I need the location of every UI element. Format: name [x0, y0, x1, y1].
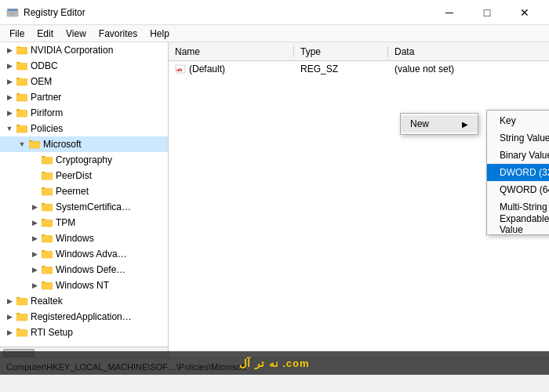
menu-help[interactable]: Help	[144, 25, 176, 42]
expander-windowsnt[interactable]: ▶	[28, 279, 41, 292]
expander-microsoft[interactable]: ▼	[16, 138, 28, 151]
tree-node-piriform[interactable]: ▶ Piriform	[0, 105, 168, 121]
tree-node-cryptography[interactable]: ▶ Cryptography	[0, 152, 168, 168]
tree-label-nvidia: NVIDIA Corporation	[31, 45, 113, 56]
expander-oem[interactable]: ▶	[3, 75, 16, 88]
new-menu-label: New	[410, 118, 429, 129]
submenu-expandable-string-value[interactable]: Expandable String Value	[487, 216, 549, 233]
expander-windows[interactable]: ▶	[28, 232, 41, 245]
table-header: Name Type Data	[169, 42, 549, 61]
submenu[interactable]: Key String Value Binary Value DWORD (32-…	[486, 110, 549, 235]
folder-icon-realtek	[16, 295, 28, 307]
submenu-qword-value[interactable]: QWORD (64-bit) Value	[487, 181, 549, 198]
menu-bar: File Edit View Favorites Help	[0, 25, 549, 42]
expander-nvidia[interactable]: ▶	[3, 44, 16, 56]
window-title: Registry Editor	[24, 7, 431, 18]
window-controls: ─ □ ✕	[431, 0, 543, 25]
submenu-expandable-string-value-label: Expandable String Value	[500, 213, 549, 235]
menu-favorites[interactable]: Favorites	[93, 25, 144, 42]
tree-node-nvidia[interactable]: ▶ NVIDIA Corporation	[0, 42, 168, 58]
submenu-dword-value[interactable]: DWORD (32-bit) Value	[487, 164, 549, 181]
tree-node-tpm[interactable]: ▶ TPM	[0, 215, 168, 230]
menu-edit[interactable]: Edit	[31, 25, 60, 42]
new-menu-item[interactable]: New ▶	[401, 115, 478, 132]
title-bar: Registry Editor ─ □ ✕	[0, 0, 549, 25]
tree-label-peerdist: PeerDist	[56, 170, 92, 181]
tree-label-registeredapp: RegisteredApplication…	[31, 311, 132, 322]
cell-name-default: ab (Default)	[169, 64, 294, 74]
tree-label-peernet: Peernet	[56, 186, 89, 197]
tree-label-systemcert: SystemCertifica…	[56, 201, 131, 212]
tree-label-windowsadva: Windows Adva…	[56, 249, 127, 260]
tree-label-oem: OEM	[31, 76, 52, 87]
tree-node-realtek[interactable]: ▶ Realtek	[0, 293, 168, 309]
submenu-string-value-label: String Value	[500, 132, 549, 143]
tree-node-microsoft[interactable]: ▼ Microsoft	[0, 136, 168, 152]
tree-scroll-area: ▶ NVIDIA Corporation ▶ ODBC ▶ OEM	[0, 42, 168, 358]
folder-icon-odbc	[16, 60, 28, 72]
expander-systemcert[interactable]: ▶	[28, 201, 41, 213]
expander-tpm[interactable]: ▶	[28, 216, 41, 229]
folder-icon-piriform	[16, 107, 28, 119]
expander-odbc[interactable]: ▶	[3, 60, 16, 72]
tree-node-peernet[interactable]: ▶ Peernet	[0, 183, 168, 199]
tree-node-windowsnt[interactable]: ▶ Windows NT	[0, 278, 168, 293]
expander-registeredapp[interactable]: ▶	[3, 310, 16, 323]
folder-icon-registeredapp	[16, 310, 28, 323]
tree-node-rtisetup[interactable]: ▶ RTI Setup	[0, 325, 168, 340]
tree-node-systemcert[interactable]: ▶ SystemCertifica…	[0, 199, 168, 215]
folder-icon-nvidia	[16, 44, 28, 56]
minimize-button[interactable]: ─	[431, 0, 467, 25]
submenu-dword-value-label: DWORD (32-bit) Value	[500, 167, 549, 178]
tree-node-peerdist[interactable]: ▶ PeerDist	[0, 168, 168, 183]
menu-file[interactable]: File	[3, 25, 31, 42]
tree-node-windows[interactable]: ▶ Windows	[0, 230, 168, 246]
submenu-qword-value-label: QWORD (64-bit) Value	[500, 184, 549, 195]
submenu-multi-string-value-label: Multi-String Value	[500, 201, 549, 212]
row-name-default: (Default)	[189, 64, 225, 74]
tree-label-cryptography: Cryptography	[56, 154, 112, 165]
col-header-name: Name	[169, 46, 294, 57]
table-row[interactable]: ab (Default) REG_SZ (value not set)	[169, 61, 549, 77]
tree-node-registeredapp[interactable]: ▶ RegisteredApplication…	[0, 309, 168, 325]
right-panel: Name Type Data ab (Default) REG_SZ	[169, 42, 549, 358]
expander-policies[interactable]: ▼	[3, 122, 16, 135]
expander-partner[interactable]: ▶	[3, 91, 16, 103]
expander-realtek[interactable]: ▶	[3, 295, 16, 307]
watermark-text: نه تر آل .com	[239, 358, 309, 369]
tree-label-windows: Windows	[56, 233, 94, 244]
tree-panel[interactable]: ▶ NVIDIA Corporation ▶ ODBC ▶ OEM	[0, 42, 169, 358]
tree-node-partner[interactable]: ▶ Partner	[0, 89, 168, 105]
tree-node-oem[interactable]: ▶ OEM	[0, 74, 168, 89]
folder-icon-oem	[16, 75, 28, 88]
maximize-button[interactable]: □	[469, 0, 505, 25]
tree-node-windowsdefe[interactable]: ▶ Windows Defe…	[0, 262, 168, 278]
submenu-binary-value[interactable]: Binary Value	[487, 147, 549, 164]
tree-label-rtisetup: RTI Setup	[31, 327, 73, 338]
folder-icon-windowsnt	[41, 279, 53, 292]
submenu-string-value[interactable]: String Value	[487, 129, 549, 147]
folder-icon-policies	[16, 122, 28, 135]
new-context-menu[interactable]: New ▶	[400, 113, 478, 135]
watermark-overlay: نه تر آل .com	[0, 351, 549, 375]
tree-node-odbc[interactable]: ▶ ODBC	[0, 58, 168, 74]
main-area: ▶ NVIDIA Corporation ▶ ODBC ▶ OEM	[0, 42, 549, 375]
folder-icon-tpm	[41, 216, 53, 229]
expander-rtisetup[interactable]: ▶	[3, 326, 16, 339]
tree-node-windowsadva[interactable]: ▶ Windows Adva…	[0, 246, 168, 262]
folder-icon-partner	[16, 91, 28, 103]
submenu-key[interactable]: Key	[487, 112, 549, 129]
menu-view[interactable]: View	[60, 25, 93, 42]
expander-windowsdefe[interactable]: ▶	[28, 263, 41, 276]
tree-node-policies[interactable]: ▼ Policies	[0, 121, 168, 136]
expander-windowsadva[interactable]: ▶	[28, 248, 41, 260]
folder-icon-windowsadva	[41, 248, 53, 260]
close-button[interactable]: ✕	[507, 0, 543, 25]
folder-icon-rtisetup	[16, 326, 28, 339]
col-header-type: Type	[294, 46, 388, 57]
expander-piriform[interactable]: ▶	[3, 107, 16, 119]
folder-icon-microsoft	[28, 138, 41, 151]
tree-label-piriform: Piriform	[31, 107, 63, 118]
app-icon	[6, 6, 19, 19]
new-menu-arrow: ▶	[462, 120, 468, 129]
